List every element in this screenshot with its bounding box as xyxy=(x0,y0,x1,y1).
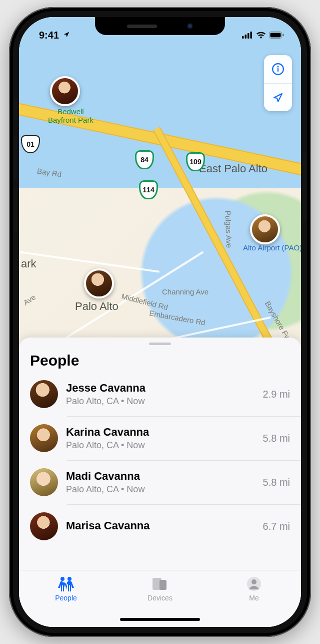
info-icon xyxy=(272,63,284,76)
location-arrow-icon xyxy=(272,92,284,104)
person-name: Madi Cavanna xyxy=(66,470,255,483)
road xyxy=(20,251,160,273)
route-shield-114: 114 xyxy=(139,180,158,199)
svg-point-10 xyxy=(60,577,64,581)
person-subtitle: Palo Alto, CA • Now xyxy=(66,484,255,495)
battery-icon xyxy=(269,30,284,41)
row-text: Karina Cavanna Palo Alto, CA • Now xyxy=(66,426,255,450)
tab-people[interactable]: People xyxy=(20,575,112,602)
map-pin-jesse[interactable] xyxy=(84,268,114,298)
row-text: Jesse Cavanna Palo Alto, CA • Now xyxy=(66,382,255,406)
map-info-button[interactable] xyxy=(264,55,292,83)
route-shield-us101: 01 xyxy=(21,135,40,153)
row-text: Marisa Cavanna xyxy=(66,519,255,533)
svg-point-11 xyxy=(68,577,72,581)
map-label-ave: Ave xyxy=(22,292,37,306)
tab-label: Devices xyxy=(148,594,172,602)
mute-switch xyxy=(14,97,17,120)
person-name: Karina Cavanna xyxy=(66,426,255,439)
speaker-grille xyxy=(127,25,157,28)
person-subtitle: Palo Alto, CA • Now xyxy=(66,396,255,407)
iphone-frame: 9:41 xyxy=(9,7,311,637)
people-row-karina[interactable]: Karina Cavanna Palo Alto, CA • Now 5.8 m… xyxy=(19,416,301,460)
volume-up-button xyxy=(14,135,17,180)
people-row-marisa[interactable]: Marisa Cavanna 6.7 mi xyxy=(19,504,301,548)
map-label-bedwell-park: Bedwell Bayfront Park xyxy=(48,107,94,124)
map-label-ark: ark xyxy=(21,257,36,270)
map-label-east-palo-alto: East Palo Alto xyxy=(199,162,268,175)
map-label-pulgas: Pulgas Ave xyxy=(224,210,234,248)
person-distance: 5.8 mi xyxy=(263,433,290,444)
map-label-embarcadero: Embarcadero Rd xyxy=(148,308,206,327)
route-shield-84: 84 xyxy=(135,150,154,169)
svg-rect-6 xyxy=(282,34,284,36)
home-indicator[interactable] xyxy=(120,618,200,621)
people-icon xyxy=(56,575,76,592)
map-label-airport: Alto Airport (PAO) xyxy=(243,243,301,252)
avatar xyxy=(30,380,58,408)
person-name: Jesse Cavanna xyxy=(66,382,255,395)
svg-rect-13 xyxy=(160,580,166,590)
avatar xyxy=(30,468,58,496)
screen: 9:41 xyxy=(19,17,301,627)
row-text: Madi Cavanna Palo Alto, CA • Now xyxy=(66,470,255,494)
person-name: Marisa Cavanna xyxy=(66,519,255,532)
person-distance: 6.7 mi xyxy=(263,521,290,532)
avatar xyxy=(30,424,58,452)
sheet-grabber[interactable] xyxy=(149,343,171,345)
tab-label: Me xyxy=(249,594,258,602)
map-label-channing: Channing Ave xyxy=(162,287,208,296)
svg-rect-3 xyxy=(250,32,252,39)
tab-devices[interactable]: Devices xyxy=(114,575,206,602)
status-time: 9:41 xyxy=(39,30,59,41)
map-pin-karina[interactable] xyxy=(250,214,280,244)
svg-rect-9 xyxy=(278,68,278,72)
person-circle-icon xyxy=(246,575,262,592)
map-label-palo-alto: Palo Alto xyxy=(75,300,118,313)
person-subtitle: Palo Alto, CA • Now xyxy=(66,440,255,451)
map-controls xyxy=(264,55,292,111)
map-pin-marisa[interactable] xyxy=(50,76,80,106)
svg-rect-2 xyxy=(248,33,250,39)
svg-rect-5 xyxy=(270,33,281,37)
volume-down-button xyxy=(14,188,17,233)
front-camera xyxy=(187,23,193,29)
tab-label: People xyxy=(55,594,77,602)
svg-point-8 xyxy=(277,66,278,68)
status-time-group: 9:41 xyxy=(39,30,70,41)
people-row-jesse[interactable]: Jesse Cavanna Palo Alto, CA • Now 2.9 mi xyxy=(19,372,301,416)
cellular-signal-icon xyxy=(242,30,253,41)
tab-me[interactable]: Me xyxy=(208,575,300,602)
person-distance: 5.8 mi xyxy=(263,477,290,488)
status-right xyxy=(242,30,284,41)
person-distance: 2.9 mi xyxy=(263,389,290,400)
svg-rect-0 xyxy=(242,36,244,39)
sheet-title: People xyxy=(30,352,290,369)
wifi-icon xyxy=(256,30,266,41)
side-button xyxy=(303,152,306,222)
svg-point-15 xyxy=(252,579,256,584)
notch xyxy=(95,17,225,35)
svg-rect-1 xyxy=(245,35,247,39)
avatar xyxy=(30,512,58,540)
location-services-icon xyxy=(63,29,70,41)
map-locate-button[interactable] xyxy=(264,83,292,111)
devices-icon xyxy=(152,575,168,592)
route-shield-109: 109 xyxy=(186,152,205,171)
people-row-madi[interactable]: Madi Cavanna Palo Alto, CA • Now 5.8 mi xyxy=(19,460,301,504)
map-label-bay-rd: Bay Rd xyxy=(36,167,62,179)
